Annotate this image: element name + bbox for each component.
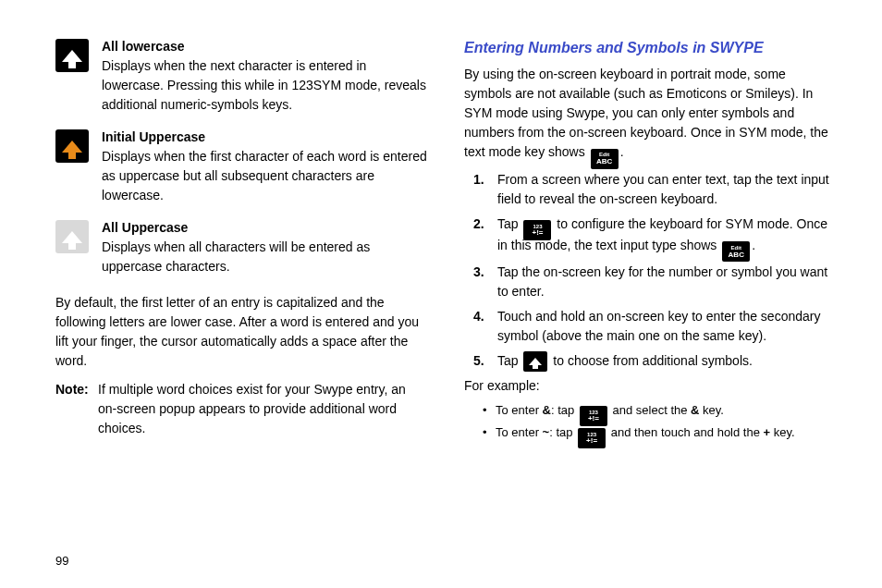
step-number: 2. [473,214,497,258]
example-label: For example: [464,376,836,396]
note-block: Note: If multiple word choices exist for… [55,380,427,438]
case-mode-row: Initial Uppercase Displays when the firs… [55,128,427,205]
example-item: • To enter ~: tap 123+!= and then touch … [483,423,836,444]
intro-paragraph: By using the on-screen keyboard in portr… [464,65,836,165]
step-number: 1. [473,170,497,209]
bullet-icon: • [483,401,496,422]
step-item: 2. Tap 123+!= to configure the keyboard … [473,214,836,258]
case-mode-desc: Displays when the next character is ente… [102,56,427,115]
case-mode-row: All Uppercase Displays when all characte… [55,218,427,276]
shift-key-icon [523,351,547,372]
intro-text: By using the on-screen keyboard in portr… [464,67,828,159]
case-mode-title: All Uppercase [102,218,427,238]
intro-text-after: . [620,144,624,159]
step-text: Touch and hold an on-screen key to enter… [497,307,836,346]
section-heading: Entering Numbers and Symbols in SWYPE [464,37,836,59]
case-mode-desc: Displays when all characters will be ent… [102,238,427,276]
shift-all-uppercase-icon [55,220,89,253]
example-list: • To enter &: tap 123+!= and select the … [483,401,836,444]
shift-all-lowercase-icon [55,39,89,72]
step-number: 4. [473,307,497,346]
manual-page: All lowercase Displays when the next cha… [0,0,882,588]
step-text: Tap 123+!= to configure the keyboard for… [497,214,836,258]
example-item: • To enter &: tap 123+!= and select the … [483,401,836,422]
step-item: 5. Tap to choose from additional symbols… [473,351,836,371]
edit-abc-key-icon: EditABC [722,241,750,262]
step-item: 1. From a screen where you can enter tex… [473,170,836,209]
case-mode-row: All lowercase Displays when the next cha… [55,37,427,115]
step-text: Tap the on-screen key for the number or … [497,263,836,301]
step-number: 3. [473,263,497,301]
note-label: Note: [55,380,98,438]
left-column: All lowercase Displays when the next cha… [46,37,427,579]
case-mode-desc: Displays when the first character of eac… [102,147,427,205]
case-mode-title: All lowercase [102,37,427,56]
sym-key-icon: 123+!= [578,428,606,448]
note-text: If multiple word choices exist for your … [98,380,427,438]
page-number: 99 [55,554,68,568]
right-column: Entering Numbers and Symbols in SWYPE By… [464,37,836,579]
step-item: 4. Touch and hold an on-screen key to en… [473,307,836,346]
step-text: Tap to choose from additional symbols. [497,351,836,371]
default-behavior-text: By default, the first letter of an entry… [55,293,427,371]
step-number: 5. [473,351,497,371]
bullet-icon: • [483,423,496,444]
shift-initial-uppercase-icon [55,129,89,163]
step-text: From a screen where you can enter text, … [497,170,836,209]
steps-list: 1. From a screen where you can enter tex… [473,170,836,372]
case-mode-title: Initial Uppercase [102,128,427,147]
step-item: 3. Tap the on-screen key for the number … [473,263,836,301]
edit-abc-key-icon: EditABC [591,149,619,169]
